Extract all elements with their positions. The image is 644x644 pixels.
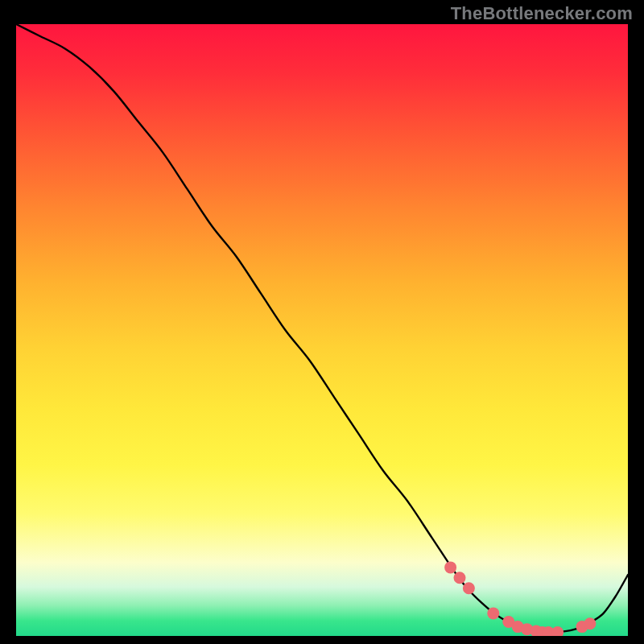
attribution-label: TheBottlenecker.com [451, 3, 633, 24]
highlight-dot [584, 617, 596, 630]
highlight-dot [454, 572, 466, 584]
bottleneck-curve [16, 24, 628, 632]
highlight-dot [551, 626, 564, 636]
plot-area [16, 24, 628, 636]
highlight-dot [444, 561, 456, 573]
highlight-dot [487, 607, 499, 619]
highlight-points [444, 561, 596, 636]
highlight-dot [463, 582, 475, 594]
chart-frame: TheBottlenecker.com [0, 0, 644, 644]
curve-svg [16, 24, 628, 636]
